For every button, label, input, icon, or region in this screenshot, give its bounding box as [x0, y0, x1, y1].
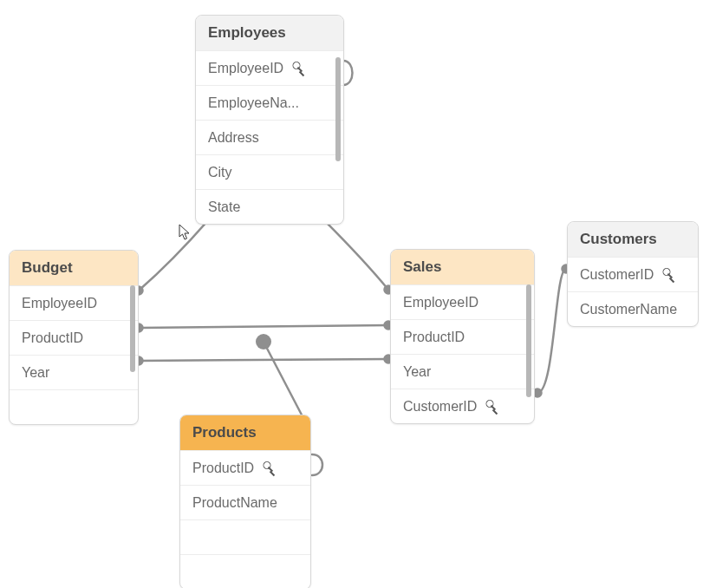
entity-customers[interactable]: Customers CustomerID CustomerName: [567, 221, 699, 327]
entity-employees[interactable]: Employees EmployeeID EmployeeNa... Addre…: [195, 15, 344, 225]
field-list: ProductID ProductName: [180, 450, 310, 588]
svg-line-11: [264, 342, 305, 421]
field-row[interactable]: [180, 519, 310, 554]
entity-budget[interactable]: Budget EmployeeID ProductID Year: [9, 250, 139, 425]
scrollbar[interactable]: [335, 57, 341, 161]
field-row[interactable]: ProductID: [10, 320, 138, 355]
field-row[interactable]: EmployeeID: [196, 50, 343, 85]
field-row[interactable]: EmployeeID: [391, 284, 534, 319]
entity-title: Sales: [391, 250, 534, 284]
field-row[interactable]: Year: [391, 354, 534, 389]
erd-canvas[interactable]: { "entities": { "employees": { "title": …: [0, 0, 703, 588]
scrollbar[interactable]: [526, 284, 531, 397]
svg-line-7: [139, 359, 388, 361]
field-row[interactable]: ProductName: [180, 485, 310, 519]
field-row[interactable]: ProductID: [391, 319, 534, 354]
field-row[interactable]: CustomerName: [568, 291, 698, 326]
field-name: CustomerName: [580, 302, 677, 317]
field-row[interactable]: Year: [10, 355, 138, 389]
cursor-icon: [179, 224, 192, 241]
field-name: Address: [208, 130, 259, 146]
key-icon: [481, 398, 498, 415]
scrollbar[interactable]: [130, 285, 135, 372]
field-row[interactable]: City: [196, 154, 343, 189]
entity-sales[interactable]: Sales EmployeeID ProductID Year Customer…: [390, 249, 535, 424]
field-name: Year: [403, 364, 431, 380]
field-row[interactable]: ProductID: [180, 450, 310, 485]
field-list: EmployeeID ProductID Year: [10, 285, 138, 424]
key-icon: [288, 60, 305, 77]
entity-title: Products: [180, 415, 310, 450]
key-icon: [258, 460, 276, 477]
svg-line-4: [139, 325, 388, 328]
svg-point-10: [256, 334, 271, 350]
field-name: ProductName: [192, 495, 277, 511]
entity-title: Employees: [196, 16, 343, 50]
field-name: EmployeeID: [22, 296, 97, 311]
field-name: CustomerID: [580, 267, 654, 283]
field-row[interactable]: CustomerID: [568, 257, 698, 291]
entity-title: Budget: [10, 251, 138, 285]
field-name: EmployeeNa...: [208, 95, 299, 111]
field-row[interactable]: State: [196, 189, 343, 224]
field-name: ProductID: [192, 461, 254, 476]
field-row[interactable]: EmployeeID: [10, 285, 138, 320]
field-row[interactable]: [10, 389, 138, 424]
field-row[interactable]: [180, 554, 310, 588]
field-name: ProductID: [22, 330, 83, 346]
field-name: ProductID: [403, 330, 465, 345]
field-row[interactable]: EmployeeNa...: [196, 85, 343, 120]
field-name: State: [208, 199, 240, 215]
field-row[interactable]: CustomerID: [391, 389, 534, 423]
key-icon: [658, 266, 675, 284]
field-name: Year: [22, 365, 49, 381]
field-list: EmployeeID EmployeeNa... Address City St…: [196, 50, 343, 224]
field-row[interactable]: Address: [196, 120, 343, 154]
field-list: CustomerID CustomerName: [568, 257, 698, 326]
field-name: EmployeeID: [403, 295, 478, 310]
field-name: CustomerID: [403, 399, 477, 415]
field-name: EmployeeID: [208, 61, 283, 76]
field-name: City: [208, 165, 232, 180]
field-list: EmployeeID ProductID Year CustomerID: [391, 284, 534, 423]
entity-title: Customers: [568, 222, 698, 257]
entity-products[interactable]: Products ProductID ProductName: [179, 415, 311, 588]
